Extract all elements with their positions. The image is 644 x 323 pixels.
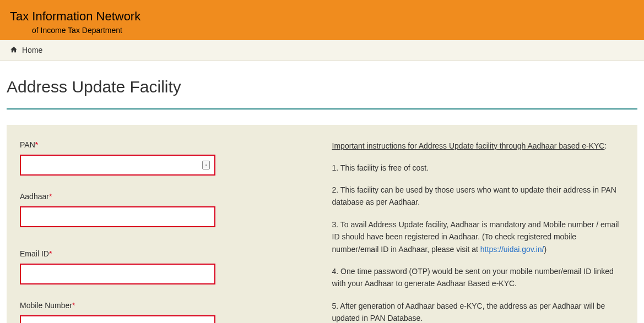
contact-card-icon: ▪: [202, 161, 210, 169]
uidai-link[interactable]: https://uidai.gov.in/: [480, 245, 544, 254]
page-title: Address Update Facility: [7, 78, 637, 96]
info-colon: :: [604, 141, 607, 150]
site-title: Tax Information Network: [10, 9, 634, 25]
info-p1: 1. This facility is free of cost.: [332, 162, 624, 174]
info-heading: Important instructions for Address Updat…: [332, 141, 605, 150]
pan-label-text: PAN: [20, 140, 35, 149]
pan-input-wrap: ▪: [20, 155, 215, 176]
email-group: Email ID*: [20, 249, 310, 284]
breadcrumb-home[interactable]: Home: [22, 46, 42, 54]
divider: [7, 108, 637, 110]
mobile-label-text: Mobile Number: [20, 301, 72, 310]
breadcrumb: Home: [0, 40, 644, 61]
email-label-text: Email ID: [20, 249, 49, 258]
home-icon[interactable]: [10, 46, 18, 55]
page-content: Address Update Facility PAN* ▪ Aadhaar*: [0, 78, 644, 323]
aadhaar-label-text: Aadhaar: [20, 192, 49, 201]
pan-label: PAN*: [20, 140, 310, 149]
required-marker: *: [49, 192, 52, 201]
required-marker: *: [72, 301, 75, 310]
mobile-label: Mobile Number*: [20, 301, 310, 310]
pan-group: PAN* ▪: [20, 140, 310, 176]
info-heading-line: Important instructions for Address Updat…: [332, 140, 624, 152]
form-column: PAN* ▪ Aadhaar* Email ID*: [20, 140, 310, 323]
required-marker: *: [49, 249, 52, 258]
aadhaar-label: Aadhaar*: [20, 192, 310, 201]
email-label: Email ID*: [20, 249, 310, 258]
main-panel: PAN* ▪ Aadhaar* Email ID*: [7, 125, 637, 323]
required-marker: *: [35, 140, 38, 149]
email-input[interactable]: [20, 264, 215, 284]
aadhaar-input[interactable]: [20, 206, 215, 227]
aadhaar-group: Aadhaar*: [20, 192, 310, 227]
pan-input[interactable]: [20, 155, 215, 176]
info-p3-text-b: ): [544, 245, 547, 254]
info-p3: 3. To avail Address Update facility, Aad…: [332, 218, 624, 255]
site-header: Tax Information Network of Income Tax De…: [0, 0, 644, 40]
mobile-group: Mobile Number*: [20, 301, 310, 323]
info-column: Important instructions for Address Updat…: [332, 140, 624, 323]
info-p4: 4. One time password (OTP) would be sent…: [332, 265, 624, 290]
info-p3-text-a: 3. To avail Address Update facility, Aad…: [332, 220, 619, 254]
mobile-input[interactable]: [20, 315, 215, 323]
info-p2: 2. This facility can be used by those us…: [332, 184, 624, 209]
info-p5: 5. After generation of Aadhaar based e-K…: [332, 300, 624, 323]
site-subtitle: of Income Tax Department: [32, 26, 634, 35]
